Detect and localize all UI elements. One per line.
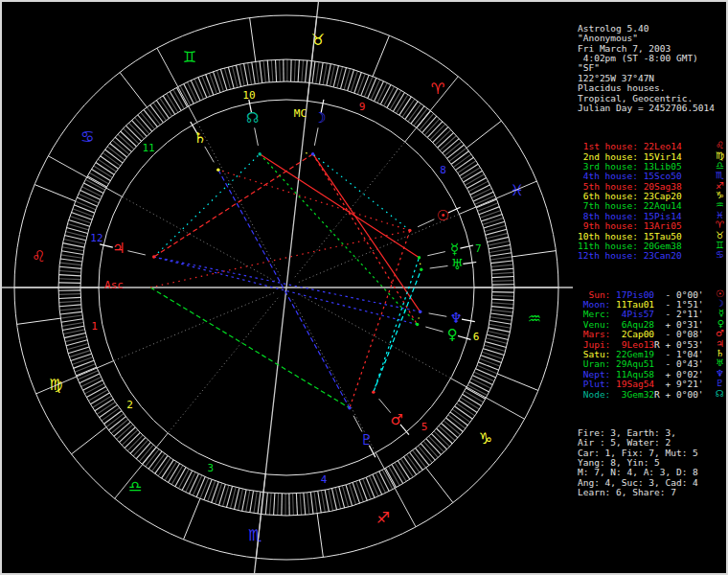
stats-text: M: 7, N: 4, A: 3, D: 8 [578,467,698,477]
sign-divider [250,18,256,62]
sign-divider [317,514,323,558]
planet-pointer-Nept [429,313,447,316]
ascendant-label: Asc [104,279,124,291]
planet-mars-icon: ♂ [390,411,402,428]
sign-divider [373,35,389,77]
aspect-trine-Asc-Plut [150,288,350,408]
aspect-sextile-Jupi-Node [154,154,261,257]
house-cusp-value: 22Aqu14 [644,200,682,211]
house-cusp-value: 20Gem38 [644,241,682,251]
sign-gemini-icon: ♊ [183,48,196,66]
planet-pointer-Jupi [127,251,146,255]
planet-label: Node: [578,389,616,400]
header-line-8: Julian Day = 2452706.5014 [578,104,726,113]
planet-pointer-Venu [425,327,443,332]
house-number-10: 10 [242,89,255,102]
house-label: 5th house: [578,181,644,192]
stats-line-6: Learn: 6, Share: 7 [578,488,726,497]
header-text: Julian Day = 2452706.5014 [578,103,715,113]
house-label: 3rd house: [578,161,644,172]
aspect-square-Merc-Node [260,154,419,258]
house-cusp-extension [299,214,460,282]
house-number-11: 11 [142,142,154,154]
sign-divider [184,498,200,540]
stats-text: Air : 5, Water: 2 [578,437,671,448]
header-line-3: 4:02pm (ST -8:00 GMT) [578,54,726,63]
planet-label: Jupi: [578,339,616,350]
house-cusp-value: 13Ari05 [644,220,682,231]
planet-degree-tick-Uran [463,262,476,264]
sign-leo-icon: ♌ [32,247,45,265]
sign-libra-icon: ♎ [128,477,142,495]
aspect-conjunction-Merc-Uran [420,258,421,269]
info-panel: Astrolog 5.40"Anonymous"Fri March 7, 200… [578,4,726,526]
sign-pisces-icon: ♓ [510,181,523,199]
header-text: Placidus houses. [578,82,666,93]
planet-dot-Satu [216,168,219,171]
planet-velocity: + 0°02' [660,369,704,380]
house-number-12: 12 [90,232,102,244]
aspect-opposition-Satu-Plut [218,170,350,408]
planet-degree-tick-Jupi [100,244,113,247]
planet-dot-Merc [418,256,421,259]
planet-nept-icon: ♆ [449,310,462,327]
planet-label: Moon: [578,299,616,310]
planet-dot-Nept [419,310,421,313]
planet-uran-icon: ♅ [451,256,464,273]
aspect-sextile-Sun-Moon [313,154,410,231]
planet-position-value: 4Pis57 [616,309,654,319]
house-number-4: 4 [321,473,328,486]
chart-wheel: ♈♉♊♋♌♍♎♏♐♑♒♓123456789101112☉☽☿♀♂♃♄♅♆♇☊As… [0,0,575,575]
element-stats: Fire: 3, Earth: 3,Air : 5, Water: 2Car: … [578,428,726,498]
planet-position-value: 11Aqu58 [616,369,654,380]
sign-aquarius-icon: ♒ [528,310,541,328]
planet-pointer-Satu [205,147,215,162]
aspect-sextile-Mars-Merc [374,258,420,392]
house-cusp-extension [293,299,376,452]
planet-pointer-Mars [379,399,391,413]
planet-velocity: - 1°51' [660,299,704,310]
house-cusp-value: 15Sco50 [644,171,682,181]
planet-pointer-Node [255,127,259,146]
planet-dot-Moon [311,152,314,155]
planet-jupi-icon: ♃ [112,240,125,257]
sign-divider [17,318,61,324]
stats-text: Car: 1, Fix: 7, Mut: 5 [578,448,698,458]
planet-velocity: + 0°00' [660,389,704,400]
aspect-square-Sun-Plut [350,231,410,408]
planet-velocity: - 0°00' [660,289,704,300]
sign-divider [71,427,105,454]
planet-moon-icon: ☽ [313,109,326,126]
planet-velocity: + 0°31' [660,319,704,330]
sign-capricorn-icon: ♑ [479,429,492,448]
sign-divider [497,374,538,390]
chart-header: Astrolog 5.40"Anonymous"Fri March 7, 200… [578,24,726,114]
planet-velocity: - 1°04' [660,349,704,359]
planet-node-icon: ☊ [246,109,259,126]
planet-row: Node: 3Gem32R + 0°00'☊ [578,390,726,400]
planet-dot-Sun [408,229,411,232]
planet-dot-Mars [372,390,375,393]
house-number-2: 2 [126,399,133,411]
planet-pointer-Uran [430,265,448,268]
planet-label: Venu: [578,319,616,330]
planet-dot-Plut [348,406,351,409]
header-text: Astrolog 5.40 [578,23,648,34]
planet-label: Uran: [578,358,616,369]
house-cusp-value: 20Sag38 [644,181,682,192]
sign-divider [34,185,76,201]
header-text: Tropical, Geocentric. [578,93,693,104]
house-cusp-extension [114,292,275,360]
planet-label: Sun: [578,289,616,300]
aspect-conjunction-Moon-MC [302,152,313,154]
planet-position-value: 22Gem19 [616,349,654,359]
planet-label: Merc: [578,309,616,319]
planet-icon: ♇ [716,379,724,388]
house-label: 10th house: [578,231,644,242]
planet-velocity: + 9°21' [660,379,704,389]
sign-aries-icon: ♈ [431,80,444,98]
planet-pointer-Moon [314,127,318,146]
planet-satu-icon: ♄ [193,129,206,147]
planet-velocity: - 0°08' [660,329,704,339]
house-label: 4th house: [578,171,644,181]
